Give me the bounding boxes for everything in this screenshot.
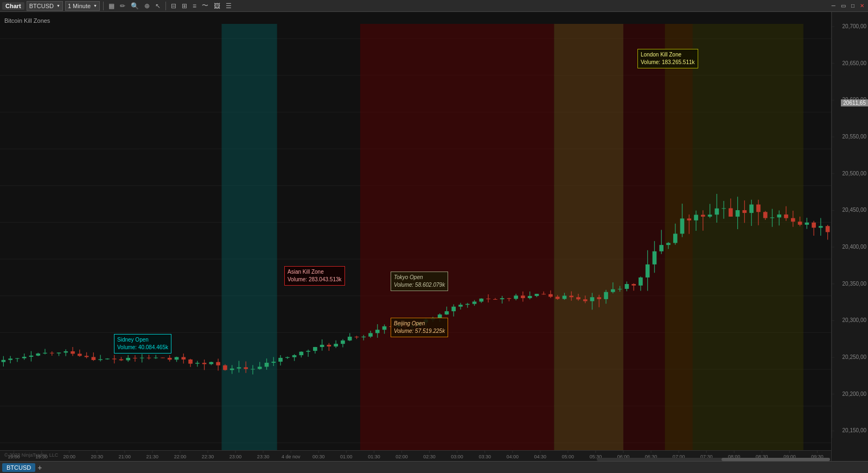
- cursor-icon[interactable]: ↖: [154, 2, 162, 10]
- toolbar-separator-1: [103, 2, 104, 10]
- chart-label: Chart: [2, 2, 24, 10]
- list-icon[interactable]: ☰: [224, 2, 233, 10]
- current-price-tag: 20611,65: [841, 99, 868, 106]
- maximize-button[interactable]: □: [850, 3, 856, 9]
- symbol-dropdown[interactable]: BTCUSD: [27, 1, 63, 11]
- minimize-button[interactable]: ─: [830, 3, 837, 9]
- price-chart[interactable]: [0, 24, 831, 450]
- chart-title: Bitcoin Kill Zones: [4, 17, 50, 24]
- bar-chart-icon[interactable]: ▦: [107, 2, 116, 10]
- timeframe-dropdown[interactable]: 1 Minute: [65, 1, 100, 11]
- range-icon[interactable]: ≡: [191, 2, 198, 10]
- close-button[interactable]: ✕: [858, 3, 866, 9]
- scrollbar[interactable]: [597, 458, 830, 461]
- template-icon[interactable]: ⊟: [169, 2, 178, 10]
- screenshot-icon[interactable]: 🖼: [212, 2, 222, 10]
- wave-icon[interactable]: 〜: [200, 1, 210, 10]
- copyright-text: © 2022 NinjaTrader, LLC: [4, 452, 58, 458]
- tab-add-button[interactable]: +: [37, 463, 42, 472]
- interval-icon[interactable]: ⊞: [180, 2, 189, 10]
- toolbar-separator-2: [165, 2, 166, 10]
- price-axis: [831, 12, 868, 461]
- crosshair-icon[interactable]: ⊕: [143, 2, 151, 10]
- chart-canvas-container[interactable]: [0, 24, 831, 450]
- tab-btcusd[interactable]: BTCUSD: [2, 463, 35, 472]
- top-toolbar: Chart BTCUSD 1 Minute ▦ ✏ 🔍 ⊕ ↖ ⊟ ⊞ ≡ 〜 …: [0, 0, 868, 12]
- restore-button[interactable]: ▭: [839, 3, 847, 9]
- draw-icon[interactable]: ✏: [118, 2, 127, 10]
- chart-area: Bitcoin Kill Zones → Sidney Open Volume:…: [0, 12, 868, 473]
- bottom-tabs: BTCUSD +: [0, 461, 868, 473]
- zoom-icon[interactable]: 🔍: [129, 2, 141, 10]
- price-axis-canvas: [832, 12, 868, 438]
